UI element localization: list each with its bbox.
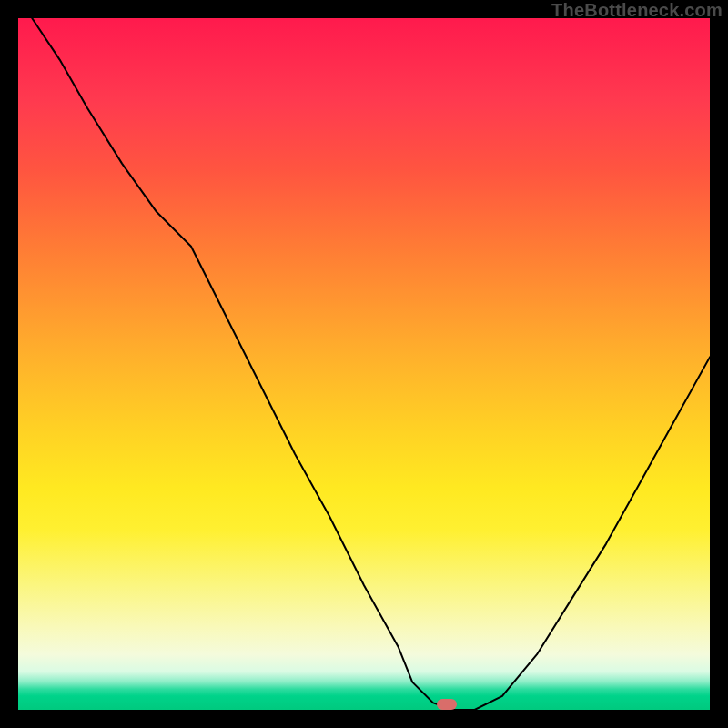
gradient-plot-area — [18, 18, 710, 710]
optimal-point-marker — [437, 699, 457, 710]
attribution-label: TheBottleneck.com — [551, 0, 723, 21]
chart-frame: TheBottleneck.com — [0, 0, 728, 728]
bottleneck-curve — [18, 18, 710, 710]
